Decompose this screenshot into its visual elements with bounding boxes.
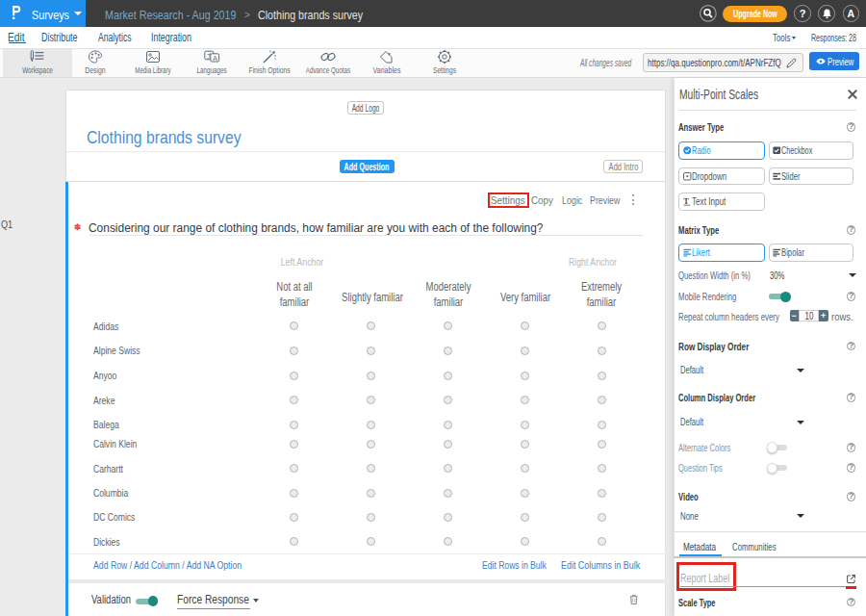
svg-text:A: A xyxy=(213,54,217,61)
